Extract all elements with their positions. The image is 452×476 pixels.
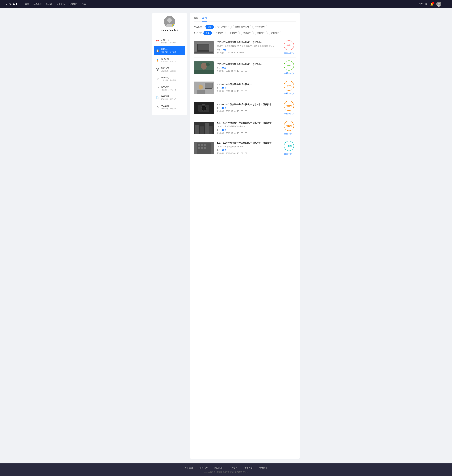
sidebar-item-settings[interactable]: ⚙ 个人设置 个人信息、一键管理 [154,103,185,112]
score-value: 99分 [222,87,226,89]
course-center-icon: 📅 [156,40,159,43]
exam-status-filter[interactable]: 待考试(2) [241,31,254,35]
exam-list: 2017–2018年行测证件考试全国统一（北京卷） 2018年行测考试是最值得多… [194,38,296,158]
svg-rect-28 [209,126,213,134]
footer-separator: | [196,467,196,469]
footer-link[interactable]: 关于我们 [185,467,193,469]
score-value: 99分 [222,67,226,69]
exam-type-filter[interactable]: 全部 [206,25,214,29]
exam-title: 2017–2018年行测证件考试全国统一（北京卷） [217,63,279,66]
table-row: 2017–2018年行测证件考试全国统一（北京卷） 2018年行测考试是最值得多… [194,38,296,58]
footer-link[interactable]: 合作伙伴 [229,467,238,469]
footer-link[interactable]: 网站地图 [214,467,223,469]
exam-type-filter[interactable]: 随机抽题考试(5) [233,25,251,29]
exam-detail-link[interactable]: 查看详情 ❯ [284,132,294,135]
exam-time: 考试时间：2019–05–03 10：09：09 [217,110,279,113]
exam-score: 得分：25分 [217,48,279,51]
exam-thumbnail [194,61,214,74]
sidebar-item-messages[interactable]: 🗨 我的消息 消息通知、及时了解 [154,84,185,93]
tab-exam-tab[interactable]: 考试 [202,17,207,21]
exam-type-label: 考试类型： [194,26,204,28]
exam-detail-link[interactable]: 查看详情 ❯ [284,153,294,155]
exam-status-area: 待考试 查看详情 ❯ [282,81,296,95]
exam-detail-link[interactable]: 查看详情 ❯ [284,112,294,115]
svg-point-13 [206,63,210,67]
nav-link[interactable]: 首页 [25,3,29,6]
exam-thumbnail [194,142,214,154]
nav-link[interactable]: 问答社区 [69,3,77,6]
exam-score: 得分：99分 [217,129,279,131]
nav-link[interactable]: 题库 [82,3,86,6]
exam-status-area: 已通过 查看详情 ❯ [282,61,296,75]
exam-description: 2018年行测考试是最值得多去研究 2018年行测考试是最值得多去研究 2018… [217,45,276,48]
question-bank-label: 题库中心 [161,48,177,51]
app-download-link[interactable]: APP下载 [419,3,427,6]
svg-point-4 [167,18,172,23]
status-badge: 已通过 [284,61,294,71]
exam-title: 2017–2018年行测证件考试全国统一（北京卷）付费批卷 [217,141,279,144]
exam-status-filter[interactable]: 全部 [203,31,212,35]
exam-type-filter[interactable]: 付费批卷(6) [252,25,267,29]
exam-status-filter[interactable]: 未通过(2) [227,31,240,35]
exam-detail-link[interactable]: 查看详情 ❯ [284,72,294,75]
nav-link[interactable]: 新闻资讯 [56,3,65,6]
sidebar-item-account[interactable]: ♡ 账户中心 个人权益、实时掌握 [154,75,185,83]
footer-link[interactable]: 加盟代理 [199,467,208,469]
svg-point-11 [201,63,207,70]
exam-info: 2017–2018年行测证件考试全国统一（北京卷） 得分：99分 考试时间：20… [217,63,279,72]
user-menu-chevron[interactable]: ▼ [444,3,446,5]
score-value: 25分 [222,48,226,51]
tab-question-bank-tab[interactable]: 题库 [194,17,198,21]
footer-separator: | [241,467,241,469]
exam-detail-link[interactable]: 查看详情 ❯ [284,52,294,55]
exam-time: 考试时间：2019–05–03 10：09：09 [217,70,279,72]
exam-detail-link[interactable]: 查看详情 ❯ [284,92,294,95]
nav-link[interactable]: ··· [90,3,92,6]
certificate-label: 证书荣誉 [161,57,177,60]
course-center-sublabel: 精彩课程、不容错过 [161,41,177,44]
exam-thumbnail [194,82,214,94]
main-tabs: 题库考试 [194,17,296,21]
svg-rect-8 [198,44,209,50]
navbar-right: APP下载 🔔 1 ▼ [419,2,446,7]
sidebar-item-course-center[interactable]: 📅 课程中心 精彩课程、不容错过 [154,37,185,46]
sidebar-item-qa[interactable]: 💬 学习问答 课后重温、疑难解答 [154,65,185,74]
status-badge: 待考试 [284,81,294,91]
exam-type-filter[interactable]: 证书类考试(4) [215,25,232,29]
exam-score: 得分：25分 [217,107,279,109]
nav-link[interactable]: 发现课程 [33,3,42,6]
status-badge: 未通过 [284,40,294,50]
exam-status-filter[interactable]: 已通过(2) [213,31,226,35]
sidebar-menu: 📅 课程中心 精彩课程、不容错过 📋 题库中心 海量习题、助力通关 🏅 证书荣誉… [152,37,187,112]
svg-rect-18 [197,90,205,94]
sidebar-item-certificate[interactable]: 🏅 证书荣誉 收获荣誉、持证上岗 [154,56,185,64]
exam-status-area: 已批阅 查看详情 ❯ [282,141,296,155]
notification-bell[interactable]: 🔔 1 [430,2,433,6]
account-label: 账户中心 [161,76,177,79]
exam-title: 2017–2018年行测证件考试全国统一（北京卷） [217,41,279,44]
svg-rect-36 [204,147,206,149]
username-display: Natalie Smith ✎ [161,29,178,32]
exam-time: 考试时间：2019–05–03 10：09：09 [217,90,279,93]
logo: LOGO [6,2,17,6]
question-bank-sublabel: 海量习题、助力通关 [161,51,177,53]
svg-rect-12 [194,70,214,74]
exam-info: 2017–2018年行测证件考试全国统一 得分：99分 考试时间：2019–05… [217,83,279,93]
settings-label: 个人设置 [161,104,177,107]
messages-sublabel: 消息通知、及时了解 [161,88,177,91]
exam-status-filter[interactable]: 已批阅(2) [269,31,282,35]
sidebar-item-question-bank[interactable]: 📋 题库中心 海量习题、助力通关 [154,46,185,55]
sidebar: 🏅 Natalie Smith ✎ 📅 课程中心 精彩课程、不容错过 📋 题库中… [152,13,187,115]
edit-profile-icon[interactable]: ✎ [177,29,178,31]
nav-link[interactable]: 公开课 [46,3,52,6]
exam-status-filter[interactable]: 待批阅(2) [255,31,268,35]
footer-link[interactable]: 招贤纳士 [259,467,267,469]
footer-link[interactable]: 免责声明 [244,467,253,469]
course-center-label: 课程中心 [161,39,177,41]
orders-label: 订单管理 [161,95,177,98]
sidebar-item-orders[interactable]: 📄 订单管理 订单支出、明明白白 [154,93,185,102]
settings-sublabel: 个人信息、一键管理 [161,108,177,110]
user-avatar[interactable] [436,2,441,7]
svg-point-22 [202,107,206,110]
table-row: 2017–2018年行测证件考试全国统一（北京卷）付费批卷 2018年行测考试是… [194,138,296,158]
